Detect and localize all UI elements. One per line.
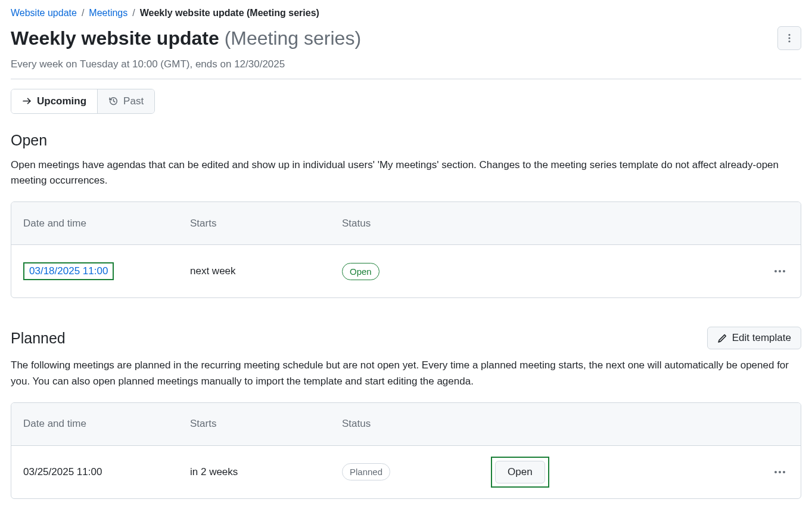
edit-template-label: Edit template — [732, 332, 791, 344]
breadcrumb-sep: / — [82, 6, 84, 20]
row-more-button[interactable] — [771, 266, 789, 276]
tab-past[interactable]: Past — [97, 89, 154, 113]
col-header-starts: Starts — [190, 218, 342, 230]
status-badge-open: Open — [342, 263, 379, 280]
status-badge-planned: Planned — [342, 463, 390, 480]
col-header-status: Status — [342, 418, 491, 430]
col-header-datetime: Date and time — [23, 418, 190, 430]
tab-past-label: Past — [123, 95, 144, 107]
meeting-date-text: 03/25/2025 11:00 — [23, 466, 190, 478]
table-row: 03/18/2025 11:00 next week Open — [11, 245, 801, 297]
planned-section-desc: The following meetings are planned in th… — [11, 358, 801, 389]
edit-template-button[interactable]: Edit template — [707, 327, 801, 349]
svg-point-2 — [788, 41, 790, 42]
page-title: Weekly website update (Meeting series) — [11, 26, 361, 51]
time-filter-segmented: Upcoming Past — [11, 89, 155, 114]
row-more-button[interactable] — [771, 467, 789, 477]
tab-upcoming[interactable]: Upcoming — [11, 89, 97, 113]
more-actions-button[interactable] — [777, 26, 801, 50]
history-icon — [108, 96, 119, 106]
meeting-date-link[interactable]: 03/18/2025 11:00 — [24, 263, 113, 279]
dots-icon — [774, 471, 785, 473]
schedule-subtitle: Every week on Tuesday at 10:00 (GMT), en… — [11, 58, 801, 70]
breadcrumb-current: Weekly website update (Meeting series) — [140, 6, 319, 20]
dots-icon — [774, 270, 785, 272]
breadcrumb: Website update / Meetings / Weekly websi… — [11, 6, 801, 20]
highlighted-open-button-box: Open — [491, 457, 549, 488]
starts-cell: next week — [190, 265, 342, 277]
page-title-suffix: (Meeting series) — [225, 27, 361, 49]
svg-point-1 — [788, 37, 790, 39]
open-meeting-button[interactable]: Open — [495, 461, 545, 483]
tab-upcoming-label: Upcoming — [37, 95, 86, 107]
highlighted-date-box: 03/18/2025 11:00 — [23, 262, 114, 280]
kebab-icon — [785, 33, 794, 43]
table-header: Date and time Starts Status — [11, 202, 801, 245]
col-header-starts: Starts — [190, 418, 342, 430]
open-meetings-table: Date and time Starts Status 03/18/2025 1… — [11, 201, 801, 298]
arrow-right-icon — [22, 96, 32, 106]
planned-meetings-table: Date and time Starts Status 03/25/2025 1… — [11, 402, 801, 499]
pencil-icon — [717, 333, 727, 343]
breadcrumb-sep: / — [132, 6, 135, 20]
col-header-datetime: Date and time — [23, 218, 190, 230]
starts-cell: in 2 weeks — [190, 466, 342, 478]
breadcrumb-link-project[interactable]: Website update — [11, 6, 77, 20]
svg-point-0 — [788, 34, 790, 36]
table-row: 03/25/2025 11:00 in 2 weeks Planned Open — [11, 446, 801, 498]
breadcrumb-link-meetings[interactable]: Meetings — [89, 6, 127, 20]
open-section-desc: Open meetings have agendas that can be e… — [11, 157, 801, 189]
open-section-title: Open — [11, 132, 801, 149]
table-header: Date and time Starts Status — [11, 403, 801, 446]
page-title-main: Weekly website update — [11, 27, 219, 49]
planned-section-title: Planned — [11, 330, 66, 347]
col-header-status: Status — [342, 218, 491, 230]
header-divider — [11, 79, 801, 79]
